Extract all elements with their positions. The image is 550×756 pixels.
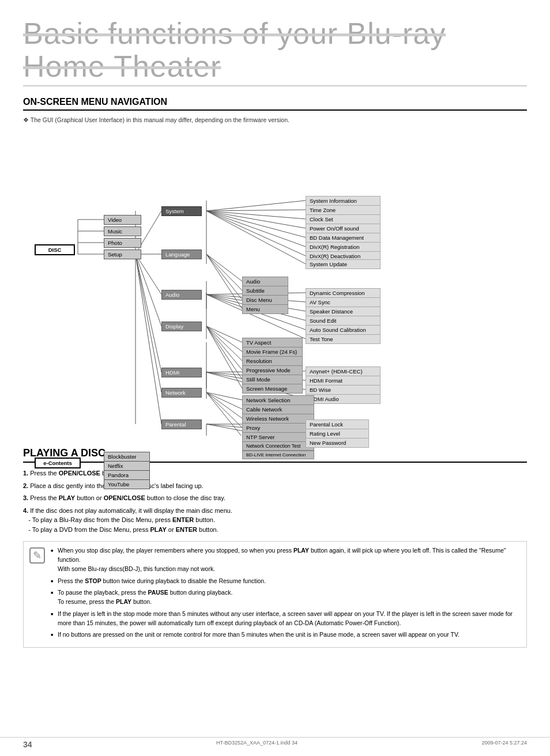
time-zone-node: Time Zone xyxy=(306,205,381,215)
wireless-node: Wireless Network xyxy=(242,414,314,424)
svg-line-49 xyxy=(206,392,242,428)
note5: If no buttons are pressed on the unit or… xyxy=(51,630,521,640)
svg-line-18 xyxy=(206,211,306,247)
audio-setup-node: Audio xyxy=(161,290,202,300)
subtitle-node: Subtitle xyxy=(242,286,288,296)
net-test-node: Network Connection Test xyxy=(242,441,314,451)
new-pass-node: New Password xyxy=(306,438,369,448)
video-node: Video xyxy=(104,215,141,225)
note4: If the player is left in the stop mode m… xyxy=(51,610,521,628)
note-icon: ✎ xyxy=(29,547,45,564)
test-tone-node: Test Tone xyxy=(306,334,381,344)
svg-line-7 xyxy=(135,254,161,294)
step3: 3. Press the PLAY button or OPEN/CLOSE b… xyxy=(23,493,527,503)
sound-edit-node: Sound Edit xyxy=(306,316,381,326)
svg-line-35 xyxy=(206,326,242,351)
note-box: ✎ When you stop disc play, the player re… xyxy=(23,541,527,648)
netflix-node: Netflix xyxy=(104,461,150,471)
music-node: Music xyxy=(104,226,141,236)
parental-node: Parental xyxy=(161,419,202,429)
progressive-node: Progressive Mode xyxy=(242,365,303,375)
display-node: Display xyxy=(161,322,202,331)
step2-num: 2. xyxy=(23,482,28,489)
youtube-node: YouTube xyxy=(104,479,150,489)
svg-line-34 xyxy=(206,326,242,342)
svg-line-9 xyxy=(135,254,161,372)
ntp-node: NTP Server xyxy=(242,432,314,442)
proxy-node: Proxy xyxy=(242,423,314,433)
svg-line-25 xyxy=(206,254,242,309)
cable-node: Cable Network xyxy=(242,405,314,414)
svg-line-8 xyxy=(135,254,161,326)
svg-line-23 xyxy=(206,254,242,290)
setup-node: Setup xyxy=(104,250,141,259)
svg-line-17 xyxy=(206,211,306,237)
svg-line-46 xyxy=(206,392,242,400)
rating-node: Rating Level xyxy=(306,429,369,439)
step4: 4. If the disc does not play automatical… xyxy=(23,506,527,535)
svg-line-37 xyxy=(206,326,242,370)
section1-title: ON-SCREEN MENU NAVIGATION xyxy=(23,97,527,111)
svg-line-36 xyxy=(206,326,242,361)
svg-line-14 xyxy=(206,210,306,211)
svg-line-38 xyxy=(206,326,242,379)
av-sync-node: AV Sync xyxy=(306,297,381,307)
menu-tree: DISC Video Music Photo Setup System Lang… xyxy=(23,130,527,436)
screen-msg-node: Screen Message xyxy=(242,384,303,394)
svg-line-15 xyxy=(206,211,306,219)
step1: 1. Press the OPEN/CLOSE button. xyxy=(23,468,527,478)
tv-aspect-node: TV Aspect xyxy=(242,338,303,347)
blockbuster-node: Blockbuster xyxy=(104,452,150,462)
still-mode-node: Still Mode xyxy=(242,375,303,384)
sys-update-node: System Update xyxy=(306,259,381,269)
section1-note: The GUI (Graphical User Interface) in th… xyxy=(23,116,527,123)
svg-line-22 xyxy=(206,254,242,281)
clock-set-node: Clock Set xyxy=(306,214,381,224)
net-selection-node: Network Selection xyxy=(242,395,314,405)
footer: 34 HT-BD3252A_XAA_0724-1.indd 34 2009-07… xyxy=(0,737,550,749)
language-node: Language xyxy=(161,250,202,259)
step3-num: 3. xyxy=(23,494,28,501)
disc-node: DISC xyxy=(35,244,75,255)
parental-lock-node: Parental Lock xyxy=(306,419,369,429)
menu-node: Menu xyxy=(242,304,288,314)
notes-list: When you stop disc play, the player reme… xyxy=(51,546,521,642)
steps-list: 1. Press the OPEN/CLOSE button. 2. Place… xyxy=(23,468,527,534)
movie-frame-node: Movie Frame (24 Fs) xyxy=(242,347,303,357)
bdlive-node: BD-LIVE Internet Connection xyxy=(242,451,314,459)
hdmi-format-node: HDMI Format xyxy=(306,376,381,385)
audio-lang-node: Audio xyxy=(242,277,288,286)
footer-left: HT-BD3252A_XAA_0724-1.indd 34 xyxy=(216,740,297,749)
svg-line-50 xyxy=(206,392,242,436)
page-title: Basic functions of your Blu-ray Home The… xyxy=(23,17,527,86)
power-sound-node: Power On/Off sound xyxy=(306,224,381,233)
auto-sound-node: Auto Sound Calibration xyxy=(306,325,381,335)
divx-reg-node: DivX(R) Registration xyxy=(306,242,381,252)
svg-line-13 xyxy=(206,201,306,211)
footer-right: 2009-07-24 5:27:24 xyxy=(481,740,527,749)
step2: 2. Place a disc gently into the tray wit… xyxy=(23,481,527,491)
note2: Press the STOP button twice during playb… xyxy=(51,577,521,586)
note1: When you stop disc play, the player reme… xyxy=(51,546,521,573)
svg-line-10 xyxy=(135,254,161,392)
svg-line-20 xyxy=(206,211,306,264)
network-node: Network xyxy=(161,388,202,398)
note3: To pause the playback, press the PAUSE b… xyxy=(51,588,521,607)
svg-line-48 xyxy=(206,392,242,418)
svg-line-39 xyxy=(206,326,242,388)
photo-node: Photo xyxy=(104,238,141,248)
step4-num: 4. xyxy=(23,507,28,514)
hdmi-node: HDMI xyxy=(161,368,202,377)
resolution-node: Resolution xyxy=(242,356,303,366)
bd-data-node: BD Data Management xyxy=(306,233,381,243)
svg-line-24 xyxy=(206,254,242,300)
hdmi-audio-node: HDMI Audio xyxy=(306,394,381,404)
speaker-dist-node: Speaker Distance xyxy=(306,307,381,316)
pandora-node: Pandora xyxy=(104,470,150,480)
svg-line-16 xyxy=(206,211,306,228)
econtents-node: e-Contents xyxy=(35,458,81,468)
sys-info-node: System Information xyxy=(306,196,381,206)
playing-section: PLAYING A DISC 1. Press the OPEN/CLOSE b… xyxy=(23,447,527,648)
anynet-node: Anynet+ (HDMI-CEC) xyxy=(306,366,381,376)
bd-wise-node: BD Wise xyxy=(306,385,381,395)
